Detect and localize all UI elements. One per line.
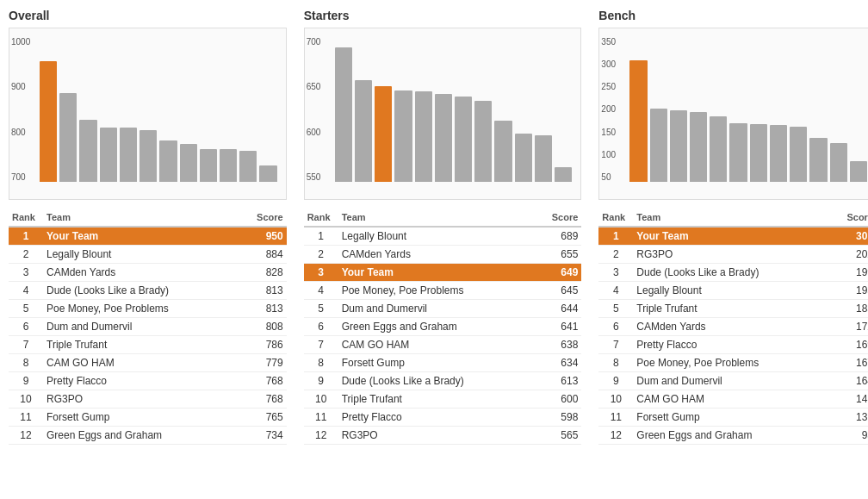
score-cell: 613: [538, 372, 581, 390]
rank-cell: 4: [304, 282, 338, 300]
bar-6: [455, 97, 472, 182]
bar-11: [850, 161, 867, 182]
rank-cell: 9: [598, 372, 633, 390]
score-cell: 641: [538, 318, 581, 336]
score-cell: 600: [538, 390, 581, 409]
score-cell: 141: [834, 390, 868, 409]
table-row: 5Triple Trufant185: [598, 300, 868, 318]
bench-col-rank: Rank: [598, 209, 633, 227]
bar-7: [474, 101, 492, 182]
score-cell: 638: [538, 336, 581, 354]
bar-10: [239, 151, 257, 182]
starters-col-rank: Rank: [304, 209, 338, 227]
score-cell: 644: [538, 300, 581, 318]
bar-0: [335, 47, 352, 182]
score-cell: 199: [834, 264, 868, 282]
rank-cell: 12: [9, 427, 43, 445]
table-row: 7Triple Trufant786: [9, 336, 287, 354]
team-cell: Green Eggs and Graham: [43, 427, 244, 445]
rank-cell: 2: [304, 246, 338, 264]
score-cell: 202: [834, 246, 868, 264]
team-cell: CAM GO HAM: [633, 390, 834, 409]
bar-3: [100, 128, 117, 182]
rank-cell: 1: [598, 227, 633, 246]
bar-4: [120, 128, 137, 182]
bar-8: [790, 127, 807, 182]
bench-col-team: Team: [633, 209, 834, 227]
rank-cell: 3: [304, 264, 338, 282]
bar-2: [375, 86, 392, 182]
overall-bars: [40, 37, 277, 182]
team-cell: Dude (Looks Like a Brady): [338, 372, 539, 390]
score-cell: 645: [538, 282, 581, 300]
bar-2: [79, 120, 96, 182]
starters-table: RankTeamScore1Legally Blount6892CAMden Y…: [304, 209, 582, 445]
table-row: 5Poe Money, Poe Problems813: [9, 300, 287, 318]
team-cell: Dum and Dumervil: [338, 300, 539, 318]
score-cell: 598: [538, 409, 581, 427]
bar-9: [515, 134, 532, 182]
bar-6: [750, 124, 767, 182]
table-row: 10Triple Trufant600: [304, 390, 582, 409]
team-cell: Your Team: [338, 264, 539, 282]
section-bench: Bench35030025020015010050RankTeamScore1Y…: [598, 9, 868, 445]
bar-11: [555, 167, 572, 182]
score-cell: 813: [244, 300, 287, 318]
rank-cell: 8: [598, 354, 633, 372]
score-cell: 164: [834, 372, 868, 390]
table-row: 9Pretty Flacco768: [9, 372, 287, 390]
rank-cell: 11: [598, 409, 633, 427]
bar-4: [415, 91, 432, 182]
table-row: 11Pretty Flacco598: [304, 409, 582, 427]
table-row: 12RG3PO565: [304, 427, 582, 445]
team-cell: Triple Trufant: [338, 390, 539, 409]
rank-cell: 6: [304, 318, 338, 336]
score-cell: 93: [834, 427, 868, 445]
bar-7: [770, 125, 787, 182]
bench-chart: 35030025020015010050: [598, 28, 868, 200]
team-cell: Forsett Gump: [633, 409, 834, 427]
team-cell: Green Eggs and Graham: [338, 318, 539, 336]
score-cell: 169: [834, 336, 868, 354]
team-cell: Forsett Gump: [43, 409, 244, 427]
main-container: Overall1000900800700RankTeamScore1Your T…: [9, 9, 868, 445]
table-row: 8Poe Money, Poe Problems167: [598, 354, 868, 372]
rank-cell: 11: [9, 409, 43, 427]
team-cell: Poe Money, Poe Problems: [338, 282, 539, 300]
table-row: 11Forsett Gump765: [9, 409, 287, 427]
rank-cell: 4: [9, 282, 43, 300]
bar-4: [710, 116, 727, 182]
table-row: 4Poe Money, Poe Problems645: [304, 282, 582, 300]
bar-5: [140, 130, 157, 182]
starters-title: Starters: [304, 9, 582, 22]
overall-title: Overall: [9, 9, 287, 22]
score-cell: 828: [244, 264, 287, 282]
starters-bars: [335, 37, 573, 182]
score-cell: 734: [244, 427, 287, 445]
rank-cell: 2: [9, 246, 43, 264]
table-row: 3Your Team649: [304, 264, 582, 282]
table-row: 12Green Eggs and Graham734: [9, 427, 287, 445]
team-cell: Legally Blount: [633, 282, 834, 300]
bar-1: [650, 109, 667, 182]
team-cell: Your Team: [43, 227, 244, 246]
starters-col-team: Team: [338, 209, 539, 227]
team-cell: Triple Trufant: [633, 300, 834, 318]
score-cell: 813: [244, 282, 287, 300]
bar-0: [40, 61, 57, 182]
rank-cell: 9: [9, 372, 43, 390]
table-row: 10RG3PO768: [9, 390, 287, 409]
team-cell: Poe Money, Poe Problems: [43, 300, 244, 318]
table-row: 8Forsett Gump634: [304, 354, 582, 372]
rank-cell: 12: [304, 427, 338, 445]
bar-11: [259, 165, 276, 182]
bar-5: [435, 94, 452, 182]
bar-8: [494, 121, 512, 182]
table-row: 9Dum and Dumervil164: [598, 372, 868, 390]
score-cell: 634: [538, 354, 581, 372]
score-cell: 131: [834, 409, 868, 427]
table-row: 4Dude (Looks Like a Brady)813: [9, 282, 287, 300]
rank-cell: 6: [598, 318, 633, 336]
rank-cell: 11: [304, 409, 338, 427]
table-row: 4Legally Blount195: [598, 282, 868, 300]
